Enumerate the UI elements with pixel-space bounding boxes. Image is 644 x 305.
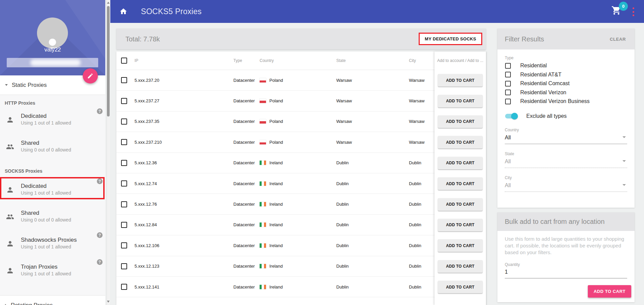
add-to-cart-button[interactable]: ADD TO CART bbox=[438, 136, 483, 148]
add-to-cart-slot: ADD TO CART bbox=[434, 256, 486, 277]
country-name: Ireland bbox=[269, 202, 283, 207]
my-dedicated-socks-button[interactable]: MY DEDICATED SOCKS bbox=[420, 34, 481, 44]
row-checkbox[interactable] bbox=[121, 98, 127, 104]
country-name: Poland bbox=[269, 140, 283, 145]
add-to-cart-button[interactable]: ADD TO CART bbox=[438, 177, 483, 190]
row-checkbox[interactable] bbox=[121, 201, 127, 207]
sidebar-scrollbar-thumb[interactable] bbox=[107, 6, 110, 116]
add-to-cart-button[interactable]: ADD TO CART bbox=[438, 281, 483, 293]
cell-city: Dublin bbox=[409, 202, 434, 207]
select-underline bbox=[505, 168, 627, 168]
column-header-city: City bbox=[409, 58, 434, 63]
cell-type: Datacenter bbox=[227, 119, 260, 124]
exclude-all-types-toggle[interactable] bbox=[505, 113, 518, 120]
sidebar-item-dedicated[interactable]: DedicatedUsing 1 out of 1 allowed? bbox=[0, 106, 105, 133]
sidebar-item-shared[interactable]: SharedUsing 0 out of 0 allowed bbox=[0, 203, 105, 230]
cell-ip: 5.xxx.12.123 bbox=[135, 264, 227, 269]
add-to-cart-button[interactable]: ADD TO CART bbox=[438, 95, 483, 107]
row-checkbox[interactable] bbox=[121, 284, 127, 290]
sidebar: valy22 Static Proxies HTTP ProxiesDedica… bbox=[0, 0, 105, 305]
select-city[interactable]: CityAll bbox=[505, 175, 627, 192]
red-annotation-box: MY DEDICATED SOCKS bbox=[419, 33, 482, 45]
chevron-down-icon bbox=[5, 84, 8, 86]
ireland-flag-icon bbox=[260, 181, 266, 186]
sidebar-item-shadowsocks-proxies[interactable]: Shadowsocks ProxiesUsing 1 out of 1 allo… bbox=[0, 230, 105, 257]
sidebar-item-dedicated[interactable]: DedicatedUsing 1 out of 1 allowed? bbox=[0, 176, 105, 203]
add-to-cart-button[interactable]: ADD TO CART bbox=[438, 198, 483, 211]
rotating-proxies-label: Rotating Proxies bbox=[11, 302, 53, 305]
pencil-icon bbox=[87, 73, 93, 79]
add-to-cart-button[interactable]: ADD TO CART bbox=[438, 115, 483, 128]
country-name: Poland bbox=[269, 98, 283, 103]
row-checkbox[interactable] bbox=[121, 263, 127, 269]
filter-title: Filter Results bbox=[505, 35, 608, 43]
row-checkbox[interactable] bbox=[121, 118, 127, 125]
quantity-input[interactable]: 1 bbox=[505, 269, 627, 278]
cell-country: Poland bbox=[260, 119, 336, 124]
bulk-add-to-cart-button[interactable]: ADD TO CART bbox=[588, 285, 631, 298]
type-option-residential[interactable]: Residential bbox=[505, 61, 627, 70]
sidebar-item-shared[interactable]: SharedUsing 0 out of 0 allowed bbox=[0, 133, 105, 160]
scrollbar-up-arrow[interactable] bbox=[107, 2, 110, 4]
row-checkbox[interactable] bbox=[121, 222, 127, 228]
row-checkbox[interactable] bbox=[121, 180, 127, 187]
table-row: 5.xxx.12.106DatacenterIrelandDublinDubli… bbox=[116, 235, 434, 256]
overflow-menu-button[interactable] bbox=[630, 7, 636, 16]
bulk-add-panel: Bulk add to cart from any location Use t… bbox=[497, 212, 635, 302]
type-checkbox[interactable] bbox=[505, 72, 511, 77]
add-to-cart-button[interactable]: ADD TO CART bbox=[438, 74, 483, 87]
select-all-checkbox[interactable] bbox=[121, 58, 127, 64]
home-button[interactable] bbox=[119, 7, 127, 15]
type-checkbox[interactable] bbox=[505, 99, 511, 104]
add-to-cart-button[interactable]: ADD TO CART bbox=[438, 260, 483, 273]
type-checkbox[interactable] bbox=[505, 81, 511, 87]
select-country[interactable]: CountryAll bbox=[505, 128, 627, 144]
filter-panel: Filter Results CLEAR Type ResidentialRes… bbox=[497, 29, 635, 208]
row-checkbox[interactable] bbox=[121, 77, 127, 83]
section-label-socks5-proxies: SOCKS5 Proxies bbox=[0, 160, 105, 176]
cell-city: Dublin bbox=[409, 160, 434, 165]
type-checkbox[interactable] bbox=[505, 63, 511, 69]
cell-ip: 5.xxx.237.20 bbox=[135, 78, 227, 83]
type-option-residential-verizon-business[interactable]: Residential Verizon Business bbox=[505, 97, 627, 106]
cell-state: Dublin bbox=[336, 264, 409, 269]
help-icon[interactable]: ? bbox=[97, 178, 103, 184]
type-option-residential-at-t[interactable]: Residential AT&T bbox=[505, 70, 627, 79]
type-option-residential-comcast[interactable]: Residential Comcast bbox=[505, 79, 627, 88]
add-to-cart-button[interactable]: ADD TO CART bbox=[438, 239, 483, 252]
cell-state: Dublin bbox=[336, 243, 409, 248]
clear-filters-button[interactable]: CLEAR bbox=[608, 36, 628, 42]
cell-type: Datacenter bbox=[227, 78, 260, 83]
add-to-cart-slot: ADD TO CART bbox=[434, 194, 486, 214]
column-header-type: Type bbox=[227, 58, 260, 63]
poland-flag-icon bbox=[260, 140, 266, 144]
row-checkbox[interactable] bbox=[121, 160, 127, 166]
sidebar-item-rotating-proxies[interactable]: Rotating Proxies bbox=[0, 296, 105, 305]
edit-profile-button[interactable] bbox=[83, 68, 98, 83]
type-option-residential-verizon[interactable]: Residential Verizon bbox=[505, 88, 627, 97]
type-checkbox[interactable] bbox=[505, 90, 511, 95]
type-option-label: Residential Comcast bbox=[520, 80, 570, 87]
select-underline bbox=[505, 192, 627, 192]
toggle-knob bbox=[511, 113, 518, 120]
row-checkbox[interactable] bbox=[121, 139, 127, 145]
cell-state: Dublin bbox=[336, 202, 409, 207]
help-icon[interactable]: ? bbox=[97, 232, 103, 238]
add-to-cart-column: Add to account / Add to ... ADD TO CARTA… bbox=[434, 52, 486, 305]
help-icon[interactable]: ? bbox=[97, 259, 103, 265]
sidebar-item-trojan-proxies[interactable]: Trojan ProxiesUsing 1 out of 1 allowed? bbox=[0, 257, 105, 284]
ireland-flag-icon bbox=[260, 243, 266, 248]
scrollbar-down-arrow[interactable] bbox=[107, 301, 110, 303]
bulk-add-header: Bulk add to cart from any location bbox=[497, 212, 635, 231]
section-label-http-proxies: HTTP Proxies bbox=[0, 95, 105, 106]
person-icon bbox=[6, 186, 14, 194]
cell-type: Datacenter bbox=[227, 98, 260, 103]
select-state[interactable]: StateAll bbox=[505, 151, 627, 168]
row-checkbox[interactable] bbox=[121, 242, 127, 248]
add-to-cart-button[interactable]: ADD TO CART bbox=[438, 157, 483, 169]
add-to-cart-button[interactable]: ADD TO CART bbox=[438, 219, 483, 231]
proxy-app-window: valy22 Static Proxies HTTP ProxiesDedica… bbox=[0, 0, 644, 305]
help-icon[interactable]: ? bbox=[97, 108, 103, 114]
table-row: 5.xxx.237.210DatacenterPolandWarsawWarsa… bbox=[116, 132, 434, 152]
cell-state: Warsaw bbox=[336, 140, 409, 145]
